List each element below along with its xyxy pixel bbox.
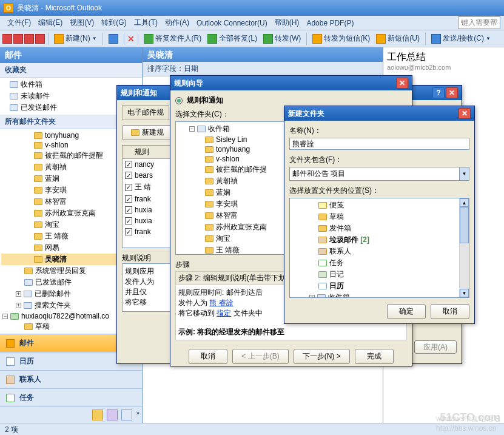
pdf-icon-1[interactable] — [2, 34, 12, 44]
inbox-icon — [317, 294, 326, 298]
sender-link[interactable]: 熊 睿詮 — [209, 298, 233, 307]
nav-tasks-button[interactable]: 任务 — [0, 388, 142, 406]
location-folder-item[interactable]: 草稿 — [291, 211, 458, 223]
location-folder-item[interactable]: 日历 — [291, 280, 458, 292]
expand-icon[interactable]: + — [309, 295, 315, 298]
menu-connector[interactable]: Outlook Connector(U) — [193, 18, 271, 29]
apply-button[interactable]: 应用(A) — [414, 340, 457, 354]
expand-icon[interactable]: + — [16, 291, 21, 297]
pdf-icon-3[interactable] — [24, 34, 34, 44]
collapse-icon[interactable]: − — [189, 126, 195, 132]
name-input[interactable] — [289, 138, 469, 150]
rules-wizard-titlebar[interactable]: 规则向导 ✕ — [170, 76, 412, 90]
close-button[interactable]: ✕ — [446, 87, 458, 98]
rule-checkbox[interactable] — [125, 217, 132, 224]
folder-icon — [205, 137, 213, 143]
reply-icon — [144, 34, 153, 44]
chevron-down-icon[interactable]: ▼ — [459, 167, 469, 180]
folder-icon — [34, 175, 42, 182]
new-sms-button[interactable]: 新短信(U) — [374, 32, 422, 45]
cal-icon — [318, 283, 327, 289]
collapse-icon[interactable]: − — [2, 314, 8, 319]
rule-checkbox[interactable] — [125, 228, 132, 235]
contacts-icon — [318, 248, 327, 255]
next-button[interactable]: 下一步(N) > — [294, 349, 350, 364]
menu-tools[interactable]: 工具(T) — [130, 16, 161, 29]
new-button[interactable]: 新建(N)▼ — [52, 32, 99, 45]
prev-button: < 上一步(B) — [232, 349, 288, 364]
nav-header: 邮件 — [0, 47, 142, 63]
new-folder-titlebar[interactable]: 新建文件夹 ✕ — [284, 106, 474, 121]
junk-icon — [318, 237, 327, 243]
reply-button[interactable]: 答复发件人(R) — [141, 32, 204, 45]
new-rule-button[interactable]: 新建规 — [122, 125, 173, 140]
shortcut-1[interactable] — [92, 410, 103, 420]
help-search-input[interactable]: 键入需要帮 — [458, 16, 500, 29]
journal-icon — [318, 271, 327, 278]
menu-file[interactable]: 文件(F) — [4, 16, 35, 29]
scrollbar[interactable]: ▲ ▼ — [459, 198, 469, 297]
delete-button[interactable]: ✕ — [127, 34, 135, 44]
folder-icon — [24, 268, 33, 274]
pdf-icon-4[interactable] — [35, 34, 45, 44]
forward-sms-button[interactable]: 转发为短信(K) — [310, 32, 372, 45]
menu-help[interactable]: 帮助(H) — [271, 16, 303, 29]
menu-edit[interactable]: 编辑(E) — [35, 16, 66, 29]
scroll-up-button[interactable]: ▲ — [460, 198, 469, 207]
location-folder-item[interactable]: 发件箱 — [291, 223, 458, 234]
reply-all-button[interactable]: 全部答复(L) — [205, 32, 260, 45]
menu-view[interactable]: 视图(V) — [66, 16, 98, 29]
menu-actions[interactable]: 动作(A) — [161, 16, 193, 29]
folder-link[interactable]: 指定 — [217, 309, 231, 317]
new-rule-icon — [131, 129, 139, 136]
folder-label: 被拦截的邮件提醒 — [45, 150, 103, 161]
shortcut-2[interactable] — [107, 410, 118, 420]
location-folder-item[interactable]: 垃圾邮件 [2] — [291, 234, 458, 246]
menu-goto[interactable]: 转到(G) — [98, 16, 130, 29]
send-receive-button[interactable]: 发送/接收(C)▼ — [429, 32, 493, 45]
window-titlebar: O 吴晓清 - Microsoft Outlook — [0, 0, 504, 16]
scroll-down-button[interactable]: ▼ — [460, 289, 469, 297]
print-button[interactable] — [106, 33, 121, 45]
rule-checkbox[interactable] — [125, 206, 132, 214]
expand-icon[interactable]: + — [16, 303, 21, 308]
menu-adobe[interactable]: Adobe PDF(P) — [303, 18, 357, 29]
close-button[interactable]: ✕ — [396, 78, 408, 89]
rule-checkbox[interactable] — [125, 172, 132, 179]
location-tree[interactable]: 便笺草稿发件箱垃圾邮件 [2]联系人任务日记日历+收件箱系统管理员回复 ▲ ▼ — [289, 198, 469, 298]
cancel-button[interactable]: 取消 — [189, 349, 227, 364]
status-items: 2 项 — [5, 425, 18, 434]
scroll-thumb[interactable] — [460, 207, 469, 243]
close-button[interactable]: ✕ — [459, 108, 471, 119]
location-folder-item[interactable]: 日记 — [291, 269, 458, 280]
location-folder-item[interactable]: +收件箱 — [291, 292, 458, 298]
tab-email-rules[interactable]: 电子邮件规 — [122, 105, 169, 120]
reply-all-label: 全部答复(L) — [219, 33, 257, 44]
rule-name: nancy — [135, 160, 154, 169]
favorites-header[interactable]: 收藏夹 — [0, 63, 142, 78]
folder-label: 淘宝 — [45, 220, 59, 230]
location-folder-item[interactable]: 联系人 — [291, 246, 458, 257]
folder-label: 王 靖薇 — [216, 245, 240, 255]
finish-button[interactable]: 完成 — [355, 349, 394, 364]
help-button[interactable]: ? — [432, 87, 445, 98]
rule-checkbox[interactable] — [125, 161, 132, 168]
folder-icon — [318, 225, 327, 232]
location-folder-item[interactable]: 便笺 — [291, 200, 458, 211]
rule-checkbox[interactable] — [125, 195, 132, 203]
contains-combo[interactable]: 邮件和公告 项目 ▼ — [289, 167, 469, 181]
new-icon — [54, 34, 64, 44]
cancel-button[interactable]: 取消 — [431, 304, 469, 319]
shortcut-3[interactable] — [121, 410, 132, 420]
ok-button[interactable]: 确定 — [387, 304, 426, 319]
nav-shortcut-row: » — [0, 406, 142, 423]
nav-contacts-button[interactable]: 联系人 — [0, 370, 142, 388]
location-folder-item[interactable]: 任务 — [291, 257, 458, 269]
forward-button[interactable]: 转发(W) — [261, 32, 303, 45]
folder-icon — [34, 233, 42, 240]
pdf-icon-2[interactable] — [13, 34, 23, 44]
rule-checkbox[interactable] — [125, 184, 132, 191]
chevron-icon[interactable]: » — [136, 410, 139, 420]
radio-selected[interactable] — [175, 97, 183, 104]
contacts-icon — [6, 376, 15, 384]
